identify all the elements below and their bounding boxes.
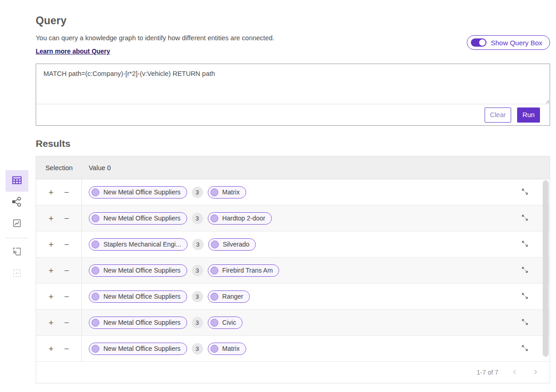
scrollbar-thumb[interactable] bbox=[543, 180, 549, 357]
entity-pill-company[interactable]: New Metal Office Suppliers bbox=[89, 186, 187, 199]
expand-row-button[interactable] bbox=[520, 239, 529, 250]
previous-page-button[interactable] bbox=[511, 369, 519, 376]
add-selection-button[interactable]: + bbox=[49, 318, 54, 327]
node-dot-icon bbox=[92, 267, 99, 274]
entity-pill-vehicle[interactable]: Civic bbox=[208, 317, 243, 329]
entity-pill-company[interactable]: Staplers Mechanical Engi... bbox=[89, 238, 188, 251]
expand-row-button[interactable] bbox=[520, 187, 529, 198]
map-select-view-icon bbox=[11, 246, 22, 258]
expand-row-button[interactable] bbox=[520, 265, 529, 276]
map-select-view-button[interactable] bbox=[5, 242, 28, 263]
entity-pill-company[interactable]: New Metal Office Suppliers bbox=[89, 212, 187, 225]
remove-selection-button[interactable]: − bbox=[64, 292, 69, 301]
expand-icon bbox=[521, 216, 529, 223]
page-title: Query bbox=[36, 15, 550, 27]
node-dot-icon bbox=[211, 215, 218, 222]
remove-selection-button[interactable]: − bbox=[64, 240, 69, 249]
entity-pill-vehicle[interactable]: Firebird Trans Am bbox=[208, 264, 279, 277]
entity-pill-company[interactable]: New Metal Office Suppliers bbox=[89, 264, 187, 277]
toggle-on-icon bbox=[471, 38, 486, 47]
expand-icon bbox=[521, 294, 529, 301]
path-count-badge: 3 bbox=[192, 265, 203, 276]
node-dot-icon bbox=[92, 241, 99, 248]
pagination-range: 1-7 of 7 bbox=[477, 369, 498, 376]
expand-icon bbox=[521, 320, 529, 327]
empty-view-button[interactable] bbox=[5, 263, 28, 285]
expand-row-button[interactable] bbox=[520, 291, 529, 302]
node-dot-icon bbox=[211, 241, 219, 248]
expand-row-button[interactable] bbox=[520, 213, 529, 224]
run-button[interactable]: Run bbox=[517, 107, 540, 123]
add-selection-button[interactable]: + bbox=[49, 344, 54, 353]
add-selection-button[interactable]: + bbox=[49, 240, 54, 249]
table-row: + − New Metal Office Suppliers 3 Firebir… bbox=[36, 258, 550, 284]
query-page: Query You can query a knowledge graph to… bbox=[0, 0, 556, 392]
node-dot-icon bbox=[211, 345, 218, 353]
remove-selection-button[interactable]: − bbox=[64, 266, 69, 275]
node-dot-icon bbox=[92, 345, 99, 353]
node-dot-icon bbox=[92, 188, 99, 196]
remove-selection-button[interactable]: − bbox=[64, 318, 69, 327]
entity-pill-vehicle[interactable]: Matrix bbox=[208, 186, 246, 199]
entity-pill-vehicle[interactable]: Ranger bbox=[208, 290, 250, 303]
learn-more-link[interactable]: Learn more about Query bbox=[36, 48, 110, 55]
page-description: You can query a knowledge graph to ident… bbox=[36, 34, 275, 42]
query-card: MATCH path=(c:Company)-[r*2]-(v:Vehicle)… bbox=[36, 64, 550, 126]
entity-pill-company[interactable]: New Metal Office Suppliers bbox=[89, 343, 187, 355]
graph-view-icon bbox=[11, 196, 23, 209]
empty-view-icon bbox=[11, 268, 22, 280]
toggle-label: Show Query Box bbox=[491, 39, 542, 47]
table-row: + − New Metal Office Suppliers 3 Matrix bbox=[36, 336, 550, 362]
expand-icon bbox=[521, 242, 529, 249]
column-header-value0: Value 0 bbox=[82, 164, 111, 172]
expand-icon bbox=[521, 190, 529, 197]
table-row: + − New Metal Office Suppliers 3 Hardtop… bbox=[36, 205, 550, 231]
view-switcher-sidebar bbox=[5, 170, 28, 285]
entity-pill-vehicle[interactable]: Hardtop 2-door bbox=[208, 212, 272, 225]
chevron-right-icon bbox=[532, 370, 539, 376]
table-row: + − Staplers Mechanical Engi... 3 Silver… bbox=[36, 231, 550, 258]
node-dot-icon bbox=[211, 188, 218, 196]
path-count-badge: 3 bbox=[192, 291, 203, 302]
node-dot-icon bbox=[211, 293, 218, 301]
add-selection-button[interactable]: + bbox=[49, 188, 54, 197]
node-dot-icon bbox=[211, 319, 218, 327]
node-dot-icon bbox=[92, 319, 99, 327]
chart-view-button[interactable] bbox=[5, 213, 28, 235]
table-view-button[interactable] bbox=[5, 170, 28, 192]
next-page-button[interactable] bbox=[531, 369, 540, 376]
table-row: + − New Metal Office Suppliers 3 Matrix bbox=[36, 179, 550, 205]
path-count-badge: 3 bbox=[192, 187, 203, 198]
table-row: + − New Metal Office Suppliers 3 Civic bbox=[36, 310, 550, 336]
path-count-badge: 3 bbox=[192, 239, 204, 250]
entity-pill-company[interactable]: New Metal Office Suppliers bbox=[89, 317, 187, 329]
results-table: Selection Value 0 + − New Metal Office S… bbox=[36, 156, 550, 383]
node-dot-icon bbox=[92, 293, 99, 301]
results-title: Results bbox=[36, 138, 550, 149]
expand-icon bbox=[521, 346, 529, 353]
clear-button[interactable]: Clear bbox=[485, 107, 511, 123]
remove-selection-button[interactable]: − bbox=[64, 214, 69, 223]
path-count-badge: 3 bbox=[192, 213, 203, 224]
add-selection-button[interactable]: + bbox=[49, 292, 54, 301]
show-query-box-toggle[interactable]: Show Query Box bbox=[467, 35, 550, 50]
add-selection-button[interactable]: + bbox=[49, 214, 54, 223]
node-dot-icon bbox=[92, 215, 99, 222]
expand-row-button[interactable] bbox=[520, 344, 529, 354]
add-selection-button[interactable]: + bbox=[49, 266, 54, 275]
chart-view-icon bbox=[11, 218, 22, 230]
expand-icon bbox=[521, 268, 529, 275]
remove-selection-button[interactable]: − bbox=[64, 344, 69, 353]
entity-pill-company[interactable]: New Metal Office Suppliers bbox=[89, 290, 187, 303]
table-pagination: 1-7 of 7 bbox=[36, 362, 550, 383]
node-dot-icon bbox=[211, 267, 218, 274]
graph-view-button[interactable] bbox=[5, 192, 28, 213]
query-input[interactable]: MATCH path=(c:Company)-[r*2]-(v:Vehicle)… bbox=[36, 64, 550, 104]
entity-pill-vehicle[interactable]: Matrix bbox=[208, 343, 246, 355]
remove-selection-button[interactable]: − bbox=[64, 188, 69, 197]
column-header-selection: Selection bbox=[36, 164, 82, 172]
chevron-left-icon bbox=[512, 370, 518, 376]
entity-pill-vehicle[interactable]: Silverado bbox=[208, 238, 256, 251]
expand-row-button[interactable] bbox=[520, 317, 529, 328]
table-header-row: Selection Value 0 bbox=[36, 156, 550, 179]
